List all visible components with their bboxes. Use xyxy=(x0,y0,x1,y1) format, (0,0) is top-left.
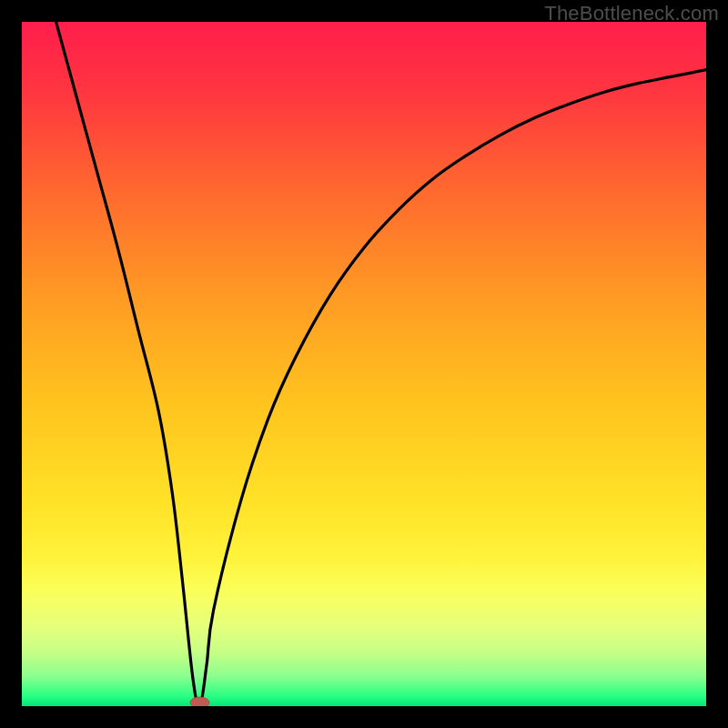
bottleneck-chart xyxy=(22,22,706,706)
chart-background xyxy=(22,22,706,706)
chart-frame xyxy=(22,22,706,706)
minimum-marker xyxy=(190,697,209,706)
